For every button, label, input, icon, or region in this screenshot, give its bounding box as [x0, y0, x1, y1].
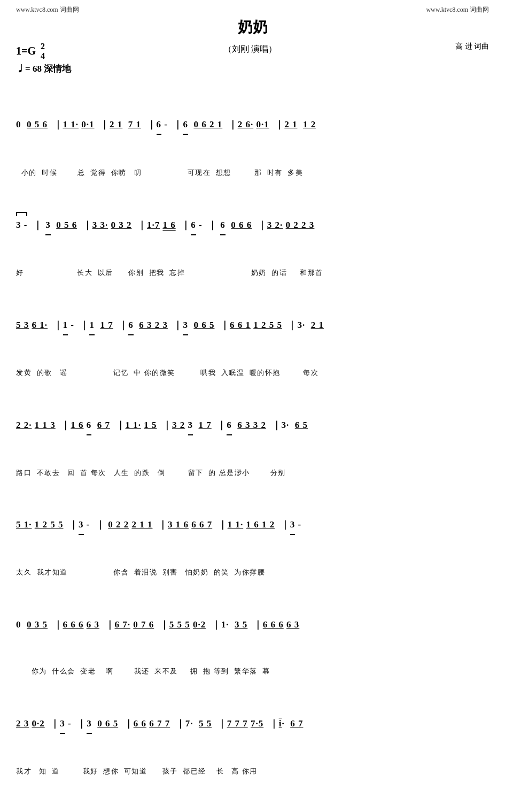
- notation-7: 2 3 0·2 ｜3 - ｜3 0 6 5 ｜6 6 6 7 7 ｜7· 5 5…: [16, 680, 489, 766]
- lyrics-3: 发黄 的歌 谣 记忆 中 你的微笑 哄我 入眠温 暖的怀抱 每次: [16, 367, 489, 379]
- lyrics-6: 你为 什么会 变老 啊 我还 来不及 拥 抱 等到 繁华落 幕: [16, 666, 489, 677]
- music-content: 0 0 5 6 ｜1 1· 0·1 ｜2 1 7 1 ｜6 - ｜6 0 6 2…: [16, 81, 489, 812]
- score-section-4: 2 2· 1 1 3 ｜1 6 6 6 7 ｜1 1· 1 5 ｜3 2 3 1…: [16, 382, 489, 479]
- score-section-8: i i i i66 ｜755 056 ｜6 - ｜6 - ｜（间奏略）:‖ 0 …: [16, 780, 489, 812]
- time-signature: 2 4: [41, 42, 45, 60]
- lyrics-2: 好 长大 以后 你别 把我 忘掉 奶奶 的话 和那首: [16, 267, 489, 279]
- notation-6: 0 0 3 5 ｜6 6 6 6 3 ｜6 7· 0 7 6 ｜5 5 5 0·…: [16, 581, 489, 666]
- score-section-2: 3 - ｜ 3 0 5 6 ｜3 3· 0 3 2 ｜1·7 1 6 ｜6 - …: [16, 182, 489, 279]
- lyrics-7: 我才 知 道 我好 想你 可知道 孩子 都已经 长 高 你用: [16, 766, 489, 777]
- notation-4: 2 2· 1 1 3 ｜1 6 6 6 7 ｜1 1· 1 5 ｜3 2 3 1…: [16, 382, 489, 468]
- notation-1: 0 0 5 6 ｜1 1· 0·1 ｜2 1 7 1 ｜6 - ｜6 0 6 2…: [16, 81, 489, 167]
- tempo-line: ♩= 68 深情地: [16, 63, 489, 75]
- score-section-7: 2 3 0·2 ｜3 - ｜3 0 6 5 ｜6 6 6 7 7 ｜7· 5 5…: [16, 680, 489, 777]
- song-title: 奶奶: [16, 17, 489, 37]
- score-section-3: 5 3 6 1· ｜1 - ｜1 1 7 ｜6 6 3 2 3 ｜3 0 6 5…: [16, 282, 489, 379]
- lyrics-5: 太久 我才知道 你含 着泪说 别害 怕奶奶 的笑 为你撑腰: [16, 567, 489, 578]
- notation-3: 5 3 6 1· ｜1 - ｜1 1 7 ｜6 6 3 2 3 ｜3 0 6 5…: [16, 282, 489, 367]
- key-label: 1=G: [16, 45, 36, 57]
- website-header: www.ktvc8.com 词曲网 www.ktvc8.com 词曲网: [16, 5, 489, 14]
- score-section-6: 0 0 3 5 ｜6 6 6 6 3 ｜6 7· 0 7 6 ｜5 5 5 0·…: [16, 581, 489, 677]
- site-url-right: www.ktvc8.com 词曲网: [426, 5, 489, 14]
- site-url-left: www.ktvc8.com 词曲网: [16, 5, 79, 14]
- singer-info: （刘刚 演唱）: [45, 44, 455, 55]
- header-info: 1=G 2 4 （刘刚 演唱） 高 进 词曲: [16, 42, 489, 60]
- score-section-5: 5 1· 1 2 5 5 ｜3 - ｜ 0 2 2 2 1 1 ｜3 1 6 6…: [16, 481, 489, 578]
- key-time: 1=G 2 4: [16, 42, 45, 60]
- lyrics-4: 路口 不敢去 回 首 每次 人生 的跌 倒 留下 的 总是渺小 分别: [16, 468, 489, 479]
- lyrics-1: 小的 时候 总 觉得 你唠 叨 可现在 想想 那 时有 多美: [16, 167, 489, 179]
- time-sig-top: 2: [41, 42, 45, 51]
- composer-info: 高 进 词曲: [455, 42, 489, 51]
- notation-2: 3 - ｜ 3 0 5 6 ｜3 3· 0 3 2 ｜1·7 1 6 ｜6 - …: [16, 182, 489, 267]
- score-section-1: 0 0 5 6 ｜1 1· 0·1 ｜2 1 7 1 ｜6 - ｜6 0 6 2…: [16, 81, 489, 179]
- notation-8: i i i i66 ｜755 056 ｜6 - ｜6 - ｜（间奏略）:‖ 0 …: [16, 780, 489, 812]
- time-sig-bottom: 4: [41, 51, 45, 61]
- notation-5: 5 1· 1 2 5 5 ｜3 - ｜ 0 2 2 2 1 1 ｜3 1 6 6…: [16, 481, 489, 567]
